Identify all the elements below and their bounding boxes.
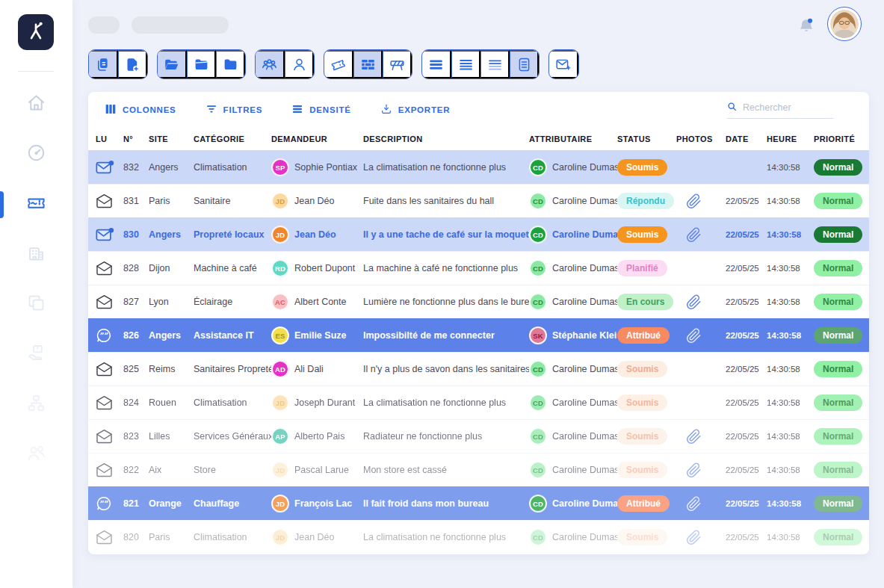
status-badge[interactable]: Attribué xyxy=(617,327,670,344)
folder-button[interactable] xyxy=(216,50,245,78)
envelope-read-icon[interactable] xyxy=(96,530,113,545)
envelope-read-icon[interactable] xyxy=(96,429,113,444)
status-badge[interactable]: Soumis xyxy=(617,361,667,377)
envelope-read-icon[interactable] xyxy=(96,362,113,377)
sidebar-item-ticket[interactable] xyxy=(25,193,48,215)
lines-medium-button[interactable] xyxy=(451,50,480,78)
comment-bubble-icon[interactable]: ”” xyxy=(96,327,112,344)
file-plus-button[interactable] xyxy=(118,50,147,78)
column-header-demandeur[interactable]: DEMANDEUR xyxy=(271,134,363,143)
sidebar-item-dashboard[interactable] xyxy=(25,143,48,165)
status-badge[interactable]: Répondu xyxy=(617,193,674,209)
priorite-badge[interactable]: Normal xyxy=(814,529,862,545)
envelope-read-icon[interactable] xyxy=(96,294,113,309)
priorite-badge[interactable]: Normal xyxy=(814,462,862,478)
status-badge[interactable]: Soumis xyxy=(617,226,667,243)
envelope-read-icon[interactable] xyxy=(96,395,113,410)
sidebar-item-org-chart[interactable] xyxy=(25,393,48,415)
table-row[interactable]: 828DijonMachine à caféRDRobert DupontLa … xyxy=(88,251,869,285)
density-button[interactable]: DENSITÉ xyxy=(287,102,355,117)
copy-doc-button[interactable] xyxy=(89,50,118,78)
paperclip-icon[interactable] xyxy=(686,496,702,512)
sidebar-item-building[interactable] xyxy=(25,243,48,265)
sidebar-item-users[interactable] xyxy=(25,443,48,465)
filters-button[interactable]: FILTRES xyxy=(201,102,268,117)
column-header-status[interactable]: STATUS xyxy=(617,134,676,143)
paperclip-icon[interactable] xyxy=(686,294,702,310)
column-header-heure[interactable]: HEURE xyxy=(767,134,814,143)
table-row[interactable]: 824RouenClimatisationJDJoseph DurantLa c… xyxy=(88,386,869,419)
table-row[interactable]: 825ReimsSanitaires PropretéADAli DaliIl … xyxy=(88,352,869,386)
table-row[interactable]: 831ParisSanitaireJDJean DéoFuite dans le… xyxy=(88,184,869,217)
column-header-cat-gorie[interactable]: CATÉGORIE xyxy=(194,134,271,143)
export-button[interactable]: EXPORTER xyxy=(376,102,455,117)
status-badge[interactable]: Soumis xyxy=(617,462,667,478)
status-badge[interactable]: Soumis xyxy=(617,529,667,545)
priorite-badge[interactable]: Normal xyxy=(814,193,862,209)
column-header-priorit-[interactable]: PRIORITÉ xyxy=(814,134,869,143)
status-badge[interactable]: Attribué xyxy=(617,495,670,512)
lu-cell xyxy=(96,530,123,545)
priorite-badge[interactable]: Normal xyxy=(814,159,862,176)
status-badge[interactable]: Soumis xyxy=(617,394,667,411)
comment-bubble-icon[interactable]: ”” xyxy=(96,495,112,512)
column-header-site[interactable]: SITE xyxy=(149,134,194,143)
lines-thick-button[interactable] xyxy=(422,50,451,78)
table-row[interactable]: 823LillesServices GénérauxAPAlberto Pais… xyxy=(88,419,869,453)
envelope-read-icon[interactable] xyxy=(96,194,113,208)
paperclip-icon[interactable] xyxy=(686,530,702,545)
priorite-badge[interactable]: Normal xyxy=(814,294,862,310)
user-button[interactable] xyxy=(285,50,314,78)
priorite-badge[interactable]: Normal xyxy=(814,226,862,243)
priorite-badge[interactable]: Normal xyxy=(814,394,862,411)
users-group-button[interactable] xyxy=(256,50,285,78)
table-row[interactable]: ””826AngersAssistance ITESEmilie SuzeImp… xyxy=(88,318,869,352)
barrier-button[interactable] xyxy=(383,50,412,78)
status-badge[interactable]: Planifié xyxy=(617,260,667,276)
table-row[interactable]: 827LyonÉclairageACAlbert ConteLumière ne… xyxy=(88,285,869,318)
status-badge[interactable]: En cours xyxy=(617,294,673,310)
sidebar-item-copy-boxes[interactable] xyxy=(25,293,48,315)
status-badge[interactable]: Soumis xyxy=(617,428,667,445)
envelope-unread-icon[interactable] xyxy=(96,227,114,243)
column-header-attributaire[interactable]: ATTRIBUTAIRE xyxy=(529,134,617,143)
column-header-photos[interactable]: PHOTOS xyxy=(676,134,726,143)
sidebar-item-home[interactable] xyxy=(25,93,48,115)
priorite-badge[interactable]: Normal xyxy=(814,260,862,276)
table-row[interactable]: ””821OrangeChauffageJDFrançois LacIl fai… xyxy=(88,486,869,520)
column-header-lu[interactable]: LU xyxy=(96,134,123,143)
priorite-badge[interactable]: Normal xyxy=(814,428,862,445)
priorite-badge[interactable]: Normal xyxy=(814,361,862,377)
columns-button[interactable]: COLONNES xyxy=(100,102,181,117)
notification-bell-icon[interactable] xyxy=(799,17,815,35)
paperclip-icon[interactable] xyxy=(686,227,702,243)
doc-lines-button[interactable] xyxy=(510,50,539,78)
paperclip-icon[interactable] xyxy=(686,328,702,344)
priorite-badge[interactable]: Normal xyxy=(814,327,862,344)
paperclip-icon[interactable] xyxy=(686,429,702,445)
search-input[interactable] xyxy=(741,102,827,114)
table-row[interactable]: 832AngersClimatisationSPSophie PontiaxLa… xyxy=(88,150,869,184)
column-header-n-[interactable]: N° xyxy=(123,134,149,143)
ticket-slant-button[interactable] xyxy=(324,50,353,78)
brick-wall-button[interactable] xyxy=(353,50,383,78)
column-header-date[interactable]: DATE xyxy=(726,134,767,143)
envelope-unread-icon[interactable] xyxy=(96,160,114,176)
sidebar-item-hand-box[interactable] xyxy=(25,343,48,365)
paperclip-icon[interactable] xyxy=(686,462,702,478)
table-row[interactable]: 822AixStoreJDPascal LarueMon store est c… xyxy=(88,453,869,486)
priorite-badge[interactable]: Normal xyxy=(814,495,862,512)
paperclip-icon[interactable] xyxy=(686,194,702,209)
status-badge[interactable]: Soumis xyxy=(617,159,667,176)
folder-flap-button[interactable] xyxy=(187,50,216,78)
envelope-read-icon[interactable] xyxy=(96,261,113,276)
table-row[interactable]: 830AngersPropreté locauxJDJean DéoIl y a… xyxy=(88,217,869,251)
app-logo[interactable] xyxy=(18,14,54,50)
table-row[interactable]: 820ParisClimatisationJDJean DéoLa climat… xyxy=(88,520,869,554)
lines-thin-button[interactable] xyxy=(480,50,510,78)
folder-open-button[interactable] xyxy=(158,50,187,78)
envelope-read-icon[interactable] xyxy=(96,462,113,477)
column-header-description[interactable]: DESCRIPTION xyxy=(363,134,529,143)
user-avatar[interactable] xyxy=(827,7,862,41)
mail-plus-button[interactable] xyxy=(549,50,578,78)
